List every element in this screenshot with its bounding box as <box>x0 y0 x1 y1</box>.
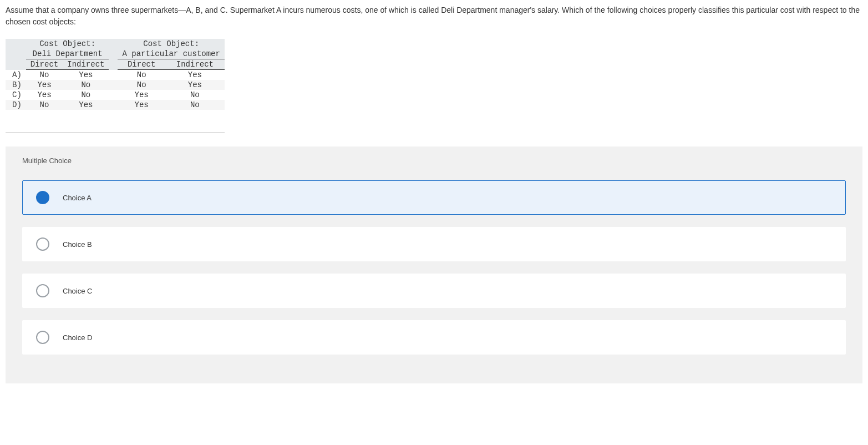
cell: No <box>63 80 109 90</box>
row-label: A) <box>6 70 26 80</box>
question-text: Assume that a company owns three superma… <box>6 4 862 28</box>
answer-area: Multiple Choice Choice A Choice B Choice… <box>6 146 862 383</box>
cell: Yes <box>63 100 109 110</box>
col2-title-line2: A particular customer <box>118 49 224 59</box>
row-label: B) <box>6 80 26 90</box>
cell: Yes <box>26 90 63 100</box>
table-row: A) No Yes No Yes <box>6 70 225 80</box>
cell: No <box>118 70 165 80</box>
cell: Yes <box>165 80 225 90</box>
radio-icon <box>36 331 49 344</box>
choice-label: Choice A <box>63 194 92 202</box>
cell: No <box>26 70 63 80</box>
multiple-choice-heading: Multiple Choice <box>22 156 846 165</box>
row-label: D) <box>6 100 26 110</box>
choice-a[interactable]: Choice A <box>22 180 846 215</box>
col2-title-line1: Cost Object: <box>118 39 224 49</box>
row-label: C) <box>6 90 26 100</box>
cell: Yes <box>118 100 165 110</box>
cell: Yes <box>165 70 225 80</box>
radio-icon <box>36 284 49 297</box>
classification-table: Cost Object: Cost Object: Deli Departmen… <box>6 39 225 110</box>
col1-title-line2: Deli Department <box>26 49 109 59</box>
cell: Yes <box>63 70 109 80</box>
choice-label: Choice D <box>63 333 92 342</box>
cell: Yes <box>26 80 63 90</box>
choice-label: Choice B <box>63 240 92 249</box>
cell: No <box>165 90 225 100</box>
cell: No <box>165 100 225 110</box>
radio-icon <box>36 191 49 204</box>
table-row: B) Yes No No Yes <box>6 80 225 90</box>
col2-direct-header: Direct <box>118 59 165 70</box>
cell: No <box>26 100 63 110</box>
choice-d[interactable]: Choice D <box>22 320 846 355</box>
choice-c[interactable]: Choice C <box>22 274 846 308</box>
choice-b[interactable]: Choice B <box>22 227 846 261</box>
col1-direct-header: Direct <box>26 59 63 70</box>
classification-table-wrap: Cost Object: Cost Object: Deli Departmen… <box>6 39 225 133</box>
col1-title-line1: Cost Object: <box>26 39 109 49</box>
cell: No <box>118 80 165 90</box>
col1-indirect-header: Indirect <box>63 59 109 70</box>
table-row: D) No Yes Yes No <box>6 100 225 110</box>
cell: No <box>63 90 109 100</box>
choice-label: Choice C <box>63 287 92 295</box>
col2-indirect-header: Indirect <box>165 59 225 70</box>
radio-icon <box>36 237 49 251</box>
table-row: C) Yes No Yes No <box>6 90 225 100</box>
cell: Yes <box>118 90 165 100</box>
